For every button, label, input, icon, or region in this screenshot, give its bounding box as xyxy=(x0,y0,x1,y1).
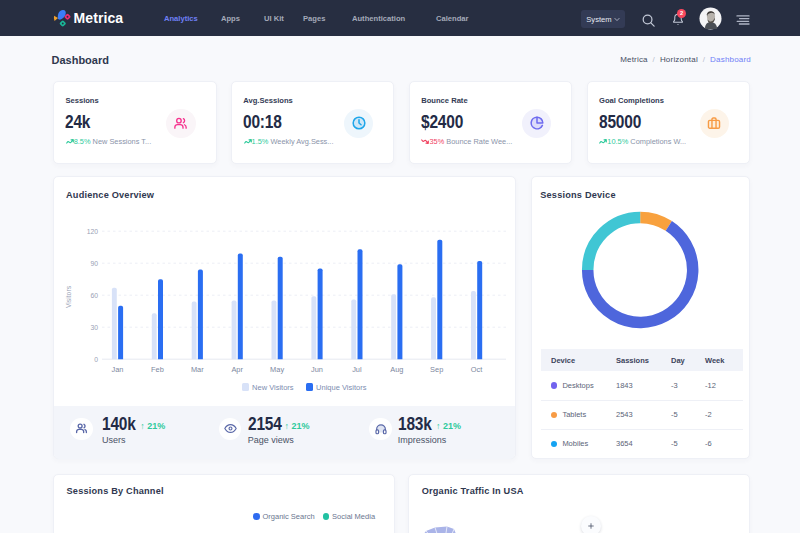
svg-text:90: 90 xyxy=(90,259,98,266)
svg-text:Mar: Mar xyxy=(191,364,204,373)
svg-text:Visitors: Visitors xyxy=(65,285,72,308)
svg-text:120: 120 xyxy=(87,227,99,234)
svg-text:60: 60 xyxy=(90,291,98,298)
svg-text:Apr: Apr xyxy=(231,364,243,373)
svg-text:Feb: Feb xyxy=(151,364,164,373)
svg-text:30: 30 xyxy=(90,323,98,330)
svg-text:Sep: Sep xyxy=(430,364,443,373)
svg-text:Aug: Aug xyxy=(390,364,403,373)
svg-text:0: 0 xyxy=(94,355,98,362)
svg-text:Oct: Oct xyxy=(471,364,483,373)
svg-text:Jun: Jun xyxy=(311,364,323,373)
svg-text:May: May xyxy=(270,364,284,373)
svg-text:Jul: Jul xyxy=(352,364,362,373)
svg-text:Jan: Jan xyxy=(112,364,124,373)
